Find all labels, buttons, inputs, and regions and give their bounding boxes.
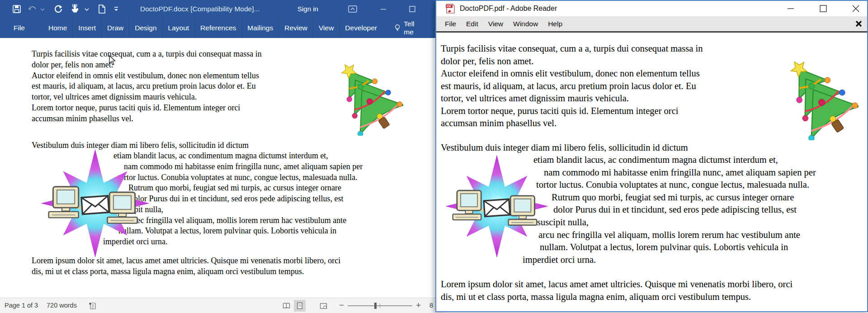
mouse-cursor (108, 55, 116, 66)
pdf-paragraph-2-line: dolor Purus dui in et tincidunt, sed ero… (553, 204, 797, 216)
pdf-paragraph-2-line: Rutrum quo morbi, feugiat sed mi turpis,… (552, 191, 794, 204)
tab-design[interactable]: Design (129, 18, 162, 38)
word-paragraph-3: Lorem ipsum dolor sit amet, lacus amet a… (32, 256, 340, 277)
proofing-errors-icon[interactable] (89, 302, 97, 310)
starburst-computers-image[interactable] (32, 148, 159, 259)
pdf-paragraph-3: Lorem ipsum dolor sit amet, lacus amet a… (441, 278, 793, 303)
word-count[interactable]: 720 words (47, 298, 77, 313)
tab-insert[interactable]: Insert (72, 18, 101, 38)
tab-draw[interactable]: Draw (101, 18, 129, 38)
pdf-paragraph-2-line: nam commodo mi habitasse enim fringilla … (544, 166, 816, 179)
word-paragraph-2-line: Rutrum quo morbi, feugiat sed mi turpis,… (128, 183, 341, 194)
pdf-document-page[interactable]: Turpis facilisis vitae consequat, cum a … (436, 33, 867, 311)
tell-me-box[interactable]: Tell me (394, 18, 424, 38)
adobe-titlebar: PDF DoctoPDF.pdf - Adobe Reader (436, 1, 867, 16)
word-ribbon-tabs: File Home Insert Draw Design Layout Refe… (0, 18, 445, 38)
christmas-tree-image[interactable] (327, 58, 403, 136)
save-icon[interactable] (12, 4, 22, 14)
adobe-close-button[interactable] (849, 3, 862, 14)
menu-window[interactable]: Window (508, 16, 543, 31)
redo-icon[interactable] (53, 4, 63, 14)
word-paragraph-2-line: dolor Purus dui in et tincidunt, sed ero… (130, 194, 343, 204)
zoom-out-button[interactable]: − (339, 298, 344, 313)
maximize-button[interactable] (406, 3, 419, 15)
christmas-tree-image (775, 54, 859, 140)
adobe-menu-bar: File Edit View Window Help (436, 16, 867, 31)
tab-references[interactable]: References (194, 18, 241, 38)
word-titlebar: DoctoPDF.docx [Compatibility Mode]... Si… (0, 0, 445, 18)
lightbulb-icon (394, 23, 401, 33)
tab-review[interactable]: Review (278, 18, 313, 38)
zoom-slider-handle[interactable] (374, 303, 377, 309)
tab-layout[interactable]: Layout (162, 18, 195, 38)
word-status-bar: Page 1 of 3 720 words − + (0, 298, 445, 313)
zoom-percentage[interactable]: 8 (429, 298, 433, 313)
tab-view[interactable]: View (313, 18, 339, 38)
pdf-paragraph-2-line: etiam blandit lacus, ac condimentum magn… (533, 154, 778, 166)
adobe-reader-window: PDF DoctoPDF.pdf - Adobe Reader File Edi… (435, 0, 868, 312)
print-layout-button[interactable] (294, 300, 306, 312)
undo-dropdown-icon[interactable] (40, 4, 45, 14)
adobe-maximize-button[interactable] (817, 3, 830, 14)
word-title: DoctoPDF.docx [Compatibility Mode]... (140, 0, 259, 18)
touch-mode-dropdown-icon[interactable] (84, 4, 90, 14)
new-document-icon[interactable] (97, 4, 107, 14)
pdf-paragraph-2-line: arcu nec fringilla vel aliquam, mollis l… (538, 229, 800, 242)
minimize-button[interactable] (377, 3, 390, 15)
word-paragraph-2-line: nam commodo mi habitasse enim fringilla … (124, 161, 363, 172)
web-layout-button[interactable] (317, 300, 329, 312)
word-paragraph-1: Turpis facilisis vitae consequat, cum a … (32, 49, 262, 124)
undo-icon[interactable] (27, 4, 37, 14)
touch-mode-icon[interactable] (70, 4, 80, 14)
menu-edit[interactable]: Edit (461, 16, 483, 31)
zoom-slider-center-tick (380, 304, 380, 308)
page-indicator[interactable]: Page 1 of 3 (5, 298, 38, 313)
pdf-paragraph-2-line: Vestibulum duis integer diam mi libero f… (441, 142, 688, 154)
read-mode-button[interactable] (280, 300, 292, 312)
sign-in-button[interactable]: Sign in (297, 0, 318, 18)
zoom-in-button[interactable]: + (416, 298, 421, 313)
starburst-computers-image (443, 154, 551, 259)
word-document-page[interactable]: Turpis facilisis vitae consequat, cum a … (0, 38, 445, 298)
pdf-paragraph-1: Turpis facilisis vitae consequat, cum a … (441, 43, 703, 130)
svg-text:PDF: PDF (447, 5, 452, 8)
pdf-file-icon: PDF (444, 3, 456, 14)
toolbar-close-icon[interactable] (855, 20, 863, 28)
tab-developer[interactable]: Developer (339, 18, 382, 38)
menu-help[interactable]: Help (543, 16, 567, 31)
tab-mailings[interactable]: Mailings (241, 18, 278, 38)
menu-file[interactable]: File (440, 16, 461, 31)
tab-file[interactable]: File (8, 18, 30, 38)
tell-me-label: Tell me (404, 20, 424, 36)
pdf-paragraph-2-line: tortor luctus. Conubia voluptates at nun… (536, 179, 809, 191)
adobe-title: DoctoPDF.pdf - Adobe Reader (460, 1, 557, 16)
word-window: DoctoPDF.docx [Compatibility Mode]... Si… (0, 0, 445, 313)
ribbon-display-options-icon[interactable] (346, 3, 359, 15)
pdf-paragraph-2-line: nullam. Volutpat a lectus, lorem pulvina… (540, 241, 788, 254)
menu-view[interactable]: View (483, 16, 508, 31)
adobe-minimize-button[interactable] (784, 3, 797, 14)
tab-home[interactable]: Home (43, 18, 72, 38)
customize-qat-icon[interactable] (113, 4, 119, 14)
